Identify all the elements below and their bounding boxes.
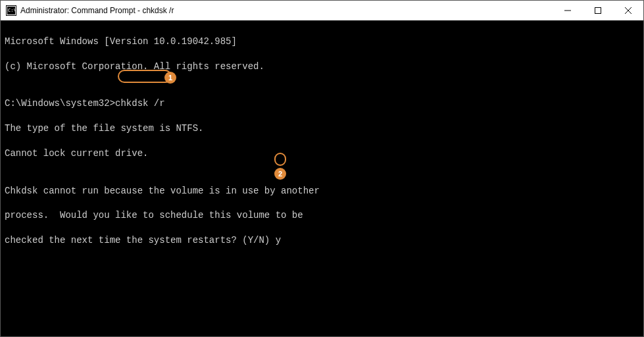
close-button[interactable] xyxy=(613,1,643,20)
user-response: y xyxy=(276,235,281,246)
cmd-window: C:\ Administrator: Command Prompt - chkd… xyxy=(0,0,644,337)
terminal-output: Chkdsk cannot run because the volume is … xyxy=(5,185,639,197)
minimize-button[interactable] xyxy=(553,1,583,20)
terminal-output: (c) Microsoft Corporation. All rights re… xyxy=(5,61,639,73)
annotation-badge-2: 2 xyxy=(274,168,286,180)
svg-text:C:\: C:\ xyxy=(8,8,16,13)
terminal-area[interactable]: Microsoft Windows [Version 10.0.19042.98… xyxy=(1,20,643,336)
terminal-output: Cannot lock current drive. xyxy=(5,147,639,160)
svg-rect-5 xyxy=(595,8,601,14)
terminal-prompt-line: C:\Windows\system32>chkdsk /r xyxy=(5,97,639,110)
terminal-output: Microsoft Windows [Version 10.0.19042.98… xyxy=(5,36,639,48)
window-title: Administrator: Command Prompt - chkdsk /… xyxy=(20,6,553,15)
titlebar[interactable]: C:\ Administrator: Command Prompt - chkd… xyxy=(1,1,643,20)
terminal-output: The type of the file system is NTFS. xyxy=(5,122,639,135)
terminal-output: process. Would you like to schedule this… xyxy=(5,209,639,222)
prompt-path: C:\Windows\system32> xyxy=(5,98,115,109)
window-controls xyxy=(553,1,643,20)
terminal-response-line: checked the next time the system restart… xyxy=(5,234,639,247)
maximize-button[interactable] xyxy=(583,1,613,20)
cmd-icon: C:\ xyxy=(6,5,16,16)
prompt-question: checked the next time the system restart… xyxy=(5,235,276,246)
command-text: chkdsk /r xyxy=(115,98,165,109)
annotation-badge-1: 1 xyxy=(164,72,176,84)
